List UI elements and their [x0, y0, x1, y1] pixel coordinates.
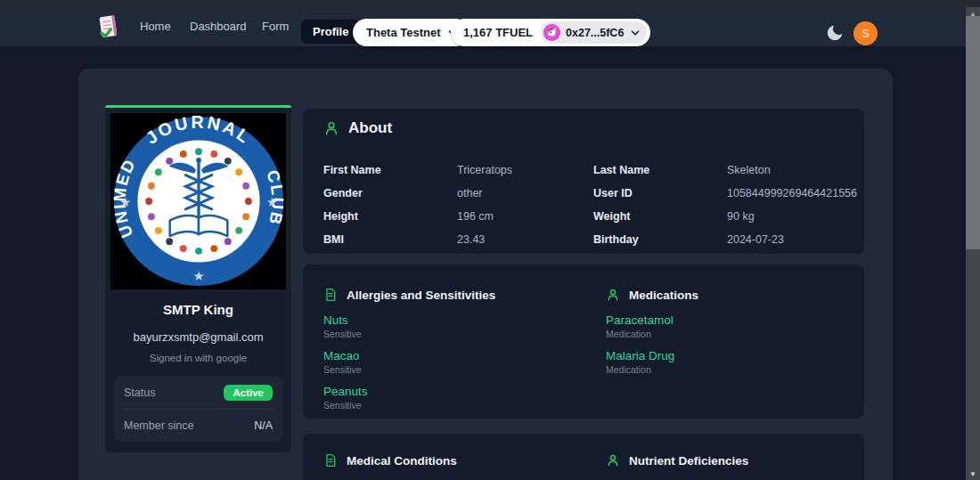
dark-mode-toggle-moon-icon[interactable]	[825, 23, 845, 43]
medical-conditions-title: Medical Conditions	[347, 454, 457, 468]
field-label: Last Name	[593, 164, 727, 176]
app-logo-icon[interactable]	[96, 13, 121, 40]
navbar: Home Dashboard Form Profile Theta Testne…	[0, 7, 966, 46]
screen: Home Dashboard Form Profile Theta Testne…	[0, 0, 980, 480]
avatar-letter: S	[862, 27, 870, 40]
allergy-type: Sensitive	[323, 364, 495, 375]
document-icon	[323, 453, 338, 468]
main-container: JOURNAL UNIMED CLUB ★ ★ ★	[78, 69, 893, 480]
medication-type: Medication	[606, 329, 698, 339]
member-since-label: Member since	[124, 419, 194, 432]
status-badge: Active	[224, 385, 273, 401]
wallet-button[interactable]: 1,167 TFUEL 0x27...5fC6	[451, 19, 650, 46]
nav-link-form[interactable]: Form	[262, 7, 289, 46]
profile-name: SMTP King	[105, 302, 291, 317]
logo-star: ★	[192, 269, 204, 283]
profile-card: JOURNAL UNIMED CLUB ★ ★ ★	[105, 105, 291, 452]
field-label: First Name	[323, 164, 457, 176]
person-icon	[606, 453, 620, 468]
field-label: Height	[323, 210, 457, 223]
network-selector-label: Theta Testnet	[366, 26, 441, 39]
field-label: Birthday	[593, 233, 727, 246]
allergies-title: Allergies and Sensitivities	[347, 289, 495, 302]
allergy-type: Sensitive	[323, 400, 495, 411]
medication-type: Medication	[606, 364, 698, 375]
about-card: About First Name Triceratops Last Name S…	[303, 109, 864, 254]
medical-conditions-section: Medical Conditions	[323, 434, 457, 468]
about-fields-grid: First Name Triceratops Last Name Skeleto…	[323, 159, 846, 251]
logo-star: ★	[119, 195, 131, 209]
scrollbar-thumb[interactable]	[966, 16, 980, 249]
nutrient-deficiencies-title: Nutrient Deficiencies	[629, 454, 748, 468]
nutrient-deficiencies-section: Nutrient Deficiencies	[606, 434, 748, 468]
person-icon	[606, 288, 620, 302]
scroll-down-arrow[interactable]: ▼	[966, 468, 980, 480]
signin-note: Signed in with google	[105, 353, 291, 363]
field-label: User ID	[593, 187, 727, 199]
field-value: 105844999269464421556	[727, 187, 857, 199]
allergy-item: Nuts Sensitive	[323, 313, 495, 339]
vertical-scrollbar[interactable]: ▲ ▼	[966, 7, 980, 480]
field-value: Triceratops	[457, 164, 593, 176]
status-label: Status	[124, 386, 155, 399]
allergies-section: Allergies and Sensitivities Nuts Sensiti…	[323, 264, 495, 420]
profile-email: bayurzxsmtp@gmail.com	[105, 330, 291, 344]
wallet-balance: 1,167 TFUEL	[463, 26, 533, 39]
about-title: About	[348, 119, 392, 137]
profile-logo-image: JOURNAL UNIMED CLUB ★ ★ ★	[110, 113, 286, 289]
field-value: other	[457, 187, 593, 199]
status-panel: Status Active Member since N/A	[114, 376, 282, 442]
field-value: 90 kg	[727, 210, 857, 223]
window-top-strip	[0, 0, 980, 7]
chevron-down-icon	[629, 27, 641, 39]
logo-star: ★	[265, 195, 277, 209]
medication-item: Paracetamol Medication	[606, 313, 698, 339]
field-label: Weight	[593, 210, 727, 223]
wallet-unicorn-icon	[543, 24, 560, 41]
allergy-name: Nuts	[323, 313, 495, 327]
nav-link-dashboard[interactable]: Dashboard	[190, 7, 247, 46]
allergy-name: Peanuts	[323, 385, 495, 398]
nav-link-home[interactable]: Home	[140, 7, 171, 46]
nav-link-profile-active[interactable]: Profile	[301, 20, 360, 44]
medications-title: Medications	[629, 289, 698, 302]
person-icon	[323, 120, 339, 136]
wallet-address: 0x27...5fC6	[566, 27, 624, 39]
wallet-address-chip[interactable]: 0x27...5fC6	[541, 21, 647, 44]
conditions-deficiencies-card: Medical Conditions Nutrient Deficiencies	[303, 434, 864, 480]
field-value: 196 cm	[457, 210, 593, 223]
medication-item: Malaria Drug Medication	[606, 349, 698, 375]
document-icon	[323, 288, 338, 302]
allergy-type: Sensitive	[323, 329, 495, 339]
medication-name: Malaria Drug	[606, 349, 698, 362]
medication-name: Paracetamol	[606, 313, 698, 327]
member-since-row: Member since N/A	[124, 409, 273, 442]
allergy-item: Macao Sensitive	[323, 349, 495, 375]
status-row: Status Active	[124, 376, 273, 409]
member-since-value: N/A	[254, 419, 273, 432]
allergy-item: Peanuts Sensitive	[323, 385, 495, 411]
allergy-name: Macao	[323, 349, 495, 362]
field-label: Gender	[323, 187, 457, 199]
field-value: 23.43	[457, 233, 593, 246]
user-avatar[interactable]: S	[853, 21, 878, 45]
medications-section: Medications Paracetamol Medication Malar…	[606, 264, 698, 385]
field-value: 2024-07-23	[727, 233, 857, 246]
field-value: Skeleton	[727, 164, 857, 176]
allergies-medications-card: Allergies and Sensitivities Nuts Sensiti…	[303, 264, 864, 419]
field-label: BMI	[323, 233, 457, 246]
